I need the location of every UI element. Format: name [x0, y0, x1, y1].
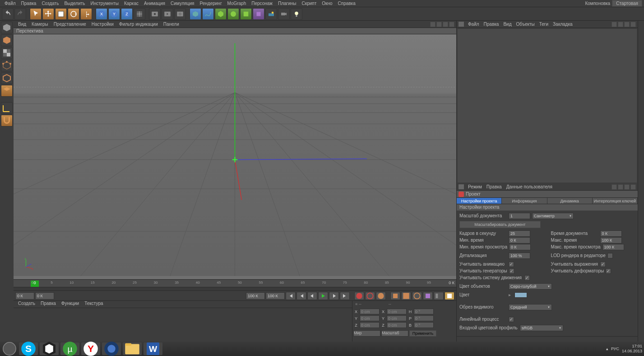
timeline-range-end-input[interactable]: [246, 292, 265, 300]
add-generator-button[interactable]: [227, 8, 239, 20]
doc-time-input[interactable]: [600, 230, 622, 237]
menu-render[interactable]: Рендеринг: [197, 1, 225, 6]
layout-dropdown[interactable]: Стартовая: [612, 0, 642, 7]
tray-clock[interactable]: 17:01 14.06.2013: [622, 344, 642, 354]
model-mode-button[interactable]: [1, 22, 13, 33]
pos-x-input[interactable]: [360, 309, 380, 314]
coord-scale-dropdown[interactable]: Масштаб: [381, 330, 408, 337]
size-y-input[interactable]: [387, 315, 407, 321]
rot-p-input[interactable]: [414, 315, 434, 321]
color-swatch[interactable]: [514, 292, 527, 298]
obj-menu-bookmark[interactable]: Закладка: [551, 22, 575, 27]
tab-key-interpolation[interactable]: Интерполяция ключей: [593, 198, 638, 204]
scale-document-button[interactable]: Масштабировать документ: [459, 221, 541, 228]
menu-mesh[interactable]: Каркас: [121, 1, 141, 6]
timeline-track[interactable]: [14, 287, 456, 291]
coord-system-button[interactable]: [134, 8, 145, 20]
goto-end-button[interactable]: [340, 292, 350, 300]
mat-menu-function[interactable]: Функции: [59, 301, 82, 308]
objects-tree[interactable]: [458, 29, 637, 183]
taskbar-explorer[interactable]: [123, 342, 142, 355]
taskbar-unity[interactable]: [40, 342, 59, 355]
obj-menu-edit[interactable]: Правка: [482, 22, 501, 27]
vp-menu-panel[interactable]: Панели: [161, 22, 182, 27]
doc-scale-unit-dropdown[interactable]: Сантиметр: [532, 213, 574, 219]
next-frame-button[interactable]: [329, 292, 339, 300]
taskbar-yandex[interactable]: Y: [81, 342, 100, 355]
obj-search-icon[interactable]: [612, 22, 617, 27]
taskbar-cinema4d[interactable]: [102, 342, 121, 355]
attr-menu-edit[interactable]: Правка: [484, 184, 504, 189]
edge-mode-button[interactable]: [1, 72, 13, 84]
timeline-start-input[interactable]: [15, 292, 34, 300]
size-z-input[interactable]: [387, 322, 407, 328]
add-spline-button[interactable]: [202, 8, 214, 20]
menu-animation[interactable]: Анимация: [141, 1, 168, 6]
obj-menu-tags[interactable]: Теги: [537, 22, 551, 27]
obj-filter-icon[interactable]: [624, 22, 630, 27]
mat-menu-create[interactable]: Создать: [15, 301, 38, 308]
vp-nav-icon[interactable]: [430, 22, 436, 27]
goto-start-button[interactable]: [286, 292, 296, 300]
coord-mode-dropdown[interactable]: Мир: [353, 330, 380, 337]
vp-menu-cameras[interactable]: Камеры: [29, 22, 51, 27]
use-motion-checkbox[interactable]: [524, 275, 530, 281]
vp-menu-options[interactable]: Настройки: [89, 22, 116, 27]
object-mode-button[interactable]: [1, 34, 13, 46]
timeline-range-start-input[interactable]: [35, 292, 54, 300]
mat-menu-texture[interactable]: Текстура: [82, 301, 106, 308]
use-gen-checkbox[interactable]: [509, 268, 514, 274]
menu-window[interactable]: Окно: [319, 1, 335, 6]
panel-grip-icon[interactable]: [459, 184, 464, 189]
menu-script[interactable]: Скрипт: [299, 1, 320, 6]
redo-button[interactable]: [14, 8, 26, 20]
use-expr-checkbox[interactable]: [600, 262, 606, 267]
add-cube-button[interactable]: [190, 8, 201, 20]
max-preview-input[interactable]: [602, 244, 624, 250]
lod-checkbox[interactable]: [607, 253, 613, 258]
use-def-checkbox[interactable]: [606, 268, 611, 274]
obj-color-dropdown[interactable]: Серо-голубой: [509, 283, 552, 290]
autokey-button[interactable]: [365, 292, 375, 300]
menu-select[interactable]: Выделить: [61, 1, 88, 6]
key-all-button[interactable]: [445, 292, 454, 300]
tab-project-settings[interactable]: Настройки проекта: [457, 198, 502, 204]
menu-create[interactable]: Создать: [39, 1, 61, 6]
point-mode-button[interactable]: [1, 60, 13, 71]
menu-mograph[interactable]: MoGraph: [225, 1, 249, 6]
crop-dropdown[interactable]: Средний: [509, 304, 552, 310]
menu-tools[interactable]: Инструменты: [88, 1, 121, 6]
timeline-ruler[interactable]: 0 05101520253035404550556065707580859095…: [14, 279, 456, 287]
move-tool[interactable]: [42, 8, 54, 20]
obj-menu-view[interactable]: Вид: [501, 22, 514, 27]
render-active-button[interactable]: [162, 8, 173, 20]
attr-up-icon[interactable]: [624, 184, 630, 190]
attr-layout-icon[interactable]: [630, 184, 636, 190]
key-pos-button[interactable]: [390, 292, 400, 300]
attr-menu-userdata[interactable]: Данные пользователя: [504, 184, 555, 189]
viewport-3d[interactable]: y x: [14, 34, 456, 279]
z-axis-lock[interactable]: Z: [121, 8, 133, 20]
obj-menu-objects[interactable]: Объекты: [514, 22, 537, 27]
key-param-button[interactable]: [423, 292, 433, 300]
size-x-input[interactable]: [387, 309, 407, 314]
add-light-button[interactable]: [291, 8, 302, 20]
taskbar-skype[interactable]: S: [19, 342, 38, 355]
texture-mode-button[interactable]: [1, 47, 13, 59]
min-preview-input[interactable]: [509, 244, 531, 250]
min-time-input[interactable]: [509, 237, 530, 244]
poly-mode-button[interactable]: [1, 85, 13, 97]
mat-menu-edit[interactable]: Правка: [38, 301, 59, 308]
max-time-input[interactable]: [600, 237, 622, 244]
rotate-tool[interactable]: [68, 8, 79, 20]
attr-menu-mode[interactable]: Режим: [466, 184, 484, 189]
fps-input[interactable]: [509, 230, 530, 237]
attr-scrollbar[interactable]: [457, 336, 638, 342]
add-nurbs-button[interactable]: [215, 8, 227, 20]
select-tool[interactable]: [30, 8, 42, 20]
tray-lang[interactable]: РУС: [611, 347, 619, 351]
obj-layout-icon[interactable]: [630, 22, 636, 27]
tab-info[interactable]: Информация: [502, 198, 547, 204]
menu-plugins[interactable]: Плагины: [275, 1, 299, 6]
tab-dynamics[interactable]: Динамика: [547, 198, 593, 204]
